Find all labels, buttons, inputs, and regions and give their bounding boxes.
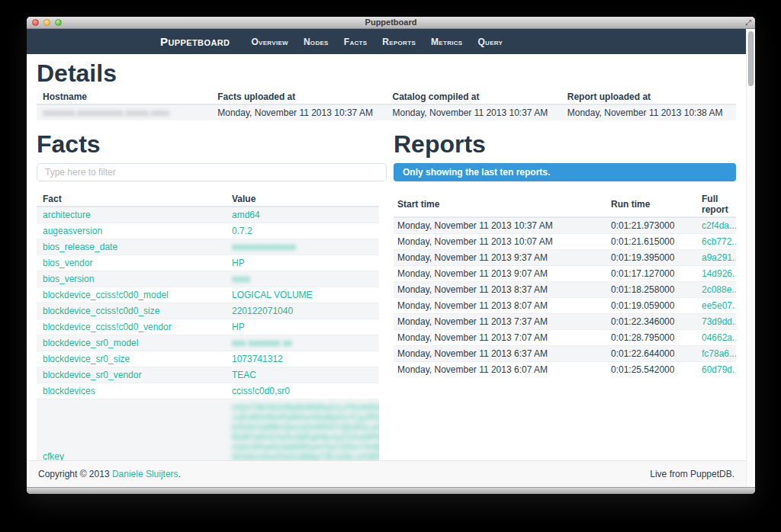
hostname-cell: xxxxxxx.xxxxxxxxxx.xxxxx.xxxx — [37, 104, 211, 120]
facts-table: Fact Value architectureamd64augeasversio… — [37, 191, 379, 460]
details-section: Details Hostname Facts uploaded at Catal… — [37, 61, 736, 120]
fact-row: bios_versionxxxx — [37, 271, 379, 287]
scrollbar-thumb[interactable] — [748, 31, 754, 86]
close-button[interactable] — [32, 19, 39, 26]
details-heading: Details — [37, 61, 736, 85]
fact-link[interactable]: blockdevice_cciss!c0d0_size — [43, 306, 159, 316]
details-table: Hostname Facts uploaded at Catalog compi… — [37, 89, 736, 120]
scrollbar-track[interactable] — [746, 29, 755, 487]
report-hash-cell: 14d926... — [696, 266, 736, 282]
page: Puppetboard Overview Nodes Facts Reports… — [27, 29, 746, 487]
fact-link[interactable]: blockdevice_sr0_model — [43, 338, 138, 348]
report-full-link[interactable]: fc78a6... — [702, 348, 736, 359]
fact-value-link[interactable]: LOGICAL VOLUME — [232, 290, 313, 300]
details-row: xxxxxxx.xxxxxxxxxx.xxxxx.xxxx Monday, No… — [37, 104, 736, 120]
redacted-value: xxxxxxxxxxxxxx — [232, 242, 296, 252]
nav-item-nodes[interactable]: Nodes — [296, 37, 336, 47]
fact-row: blockdevice_sr0_size1073741312 — [37, 351, 379, 367]
window-title: Puppetboard — [27, 17, 755, 28]
zoom-button[interactable] — [55, 19, 62, 26]
fact-link[interactable]: blockdevice_sr0_vendor — [43, 370, 141, 380]
report-start-time: Monday, November 11 2013 9:07 AM — [394, 266, 605, 282]
fact-value-link[interactable]: HP — [232, 258, 245, 268]
fact-link[interactable]: blockdevice_sr0_size — [43, 354, 130, 364]
report-start-time: Monday, November 11 2013 6:37 AM — [394, 346, 605, 362]
report-start-time: Monday, November 11 2013 7:37 AM — [394, 314, 605, 330]
fact-value-link[interactable]: 220122071040 — [232, 306, 293, 316]
navbar-brand[interactable]: Puppetboard — [160, 35, 230, 48]
report-full-link[interactable]: 73d9dd... — [702, 316, 736, 327]
fact-value-link[interactable]: amd64 — [232, 210, 260, 220]
fact-name-cell: cfkey — [37, 399, 226, 461]
copyright-text: Copyright © 2013 Daniele Sluijters. — [38, 469, 181, 479]
fact-row: blockdevice_cciss!c0d0_vendorHP — [37, 319, 379, 335]
fact-value-link[interactable]: 0.7.2 — [232, 226, 252, 236]
fact-value-link[interactable]: TEAC — [232, 370, 256, 380]
details-col-report-uploaded: Report uploaded at — [561, 89, 736, 104]
nav-item-overview[interactable]: Overview — [243, 37, 295, 47]
fact-link[interactable]: cfkey — [43, 451, 64, 460]
report-full-link[interactable]: 6cb772... — [702, 236, 736, 247]
reports-heading: Reports — [394, 132, 736, 156]
facts-col-value: Value — [226, 191, 379, 207]
report-full-link[interactable]: 2c088e... — [702, 284, 736, 295]
fact-name-cell: bios_vendor — [37, 255, 226, 271]
fact-link[interactable]: blockdevice_cciss!c0d0_model — [43, 290, 169, 300]
report-uploaded-cell: Monday, November 11 2013 10:38 AM — [561, 104, 736, 120]
report-full-link[interactable]: ee5e07... — [702, 300, 736, 311]
fact-value-link[interactable]: 1073741312 — [232, 354, 283, 364]
fact-value-cell: amd64 — [226, 207, 379, 223]
report-run-time: 0:01:22.346000 — [605, 314, 696, 330]
report-run-time: 0:01:19.395000 — [605, 250, 696, 266]
report-full-link[interactable]: a9a291... — [702, 252, 736, 263]
report-full-link[interactable]: 14d926... — [702, 268, 736, 279]
window-titlebar[interactable]: Puppetboard ⤢ — [27, 17, 755, 29]
fact-name-cell: blockdevice_cciss!c0d0_model — [37, 287, 226, 303]
fact-row: cfkeymQxT4kVb2nRp8sWd0aZcLjYhUe6GtFi1oKx… — [37, 399, 379, 461]
facts-filter-input[interactable] — [37, 163, 387, 181]
fact-row: bios_release_datexxxxxxxxxxxxxx — [37, 239, 379, 255]
window-body: Puppetboard Overview Nodes Facts Reports… — [27, 29, 755, 487]
report-start-time: Monday, November 11 2013 6:07 AM — [394, 362, 605, 378]
facts-uploaded-cell: Monday, November 11 2013 10:37 AM — [211, 104, 386, 120]
report-full-link[interactable]: c2f4da... — [702, 220, 736, 231]
fullscreen-icon[interactable]: ⤢ — [745, 18, 751, 28]
report-start-time: Monday, November 11 2013 10:37 AM — [394, 217, 605, 234]
fact-value-link[interactable]: HP — [232, 322, 245, 332]
live-status-text: Live from PuppetDB. — [650, 469, 734, 479]
copyright-author-link[interactable]: Daniele Sluijters — [112, 469, 178, 479]
report-run-time: 0:01:25.542000 — [605, 362, 696, 378]
fact-value-cell: cciss!c0d0,sr0 — [226, 383, 379, 399]
fact-link[interactable]: blockdevices — [43, 386, 95, 396]
fact-link[interactable]: augeasversion — [43, 226, 102, 236]
minimize-button[interactable] — [43, 19, 50, 26]
fact-value-cell: TEAC — [226, 367, 379, 383]
report-full-link[interactable]: 04662a... — [702, 332, 736, 343]
fact-link[interactable]: bios_vendor — [43, 258, 92, 268]
redacted-value-block: mQxT4kVb2nRp8sWd0aZcLjYhUe6GtFi1oKxB3vNm… — [232, 402, 379, 460]
fact-link[interactable]: architecture — [43, 210, 91, 220]
fact-value-cell: 1073741312 — [226, 351, 379, 367]
fact-link[interactable]: blockdevice_cciss!c0d0_vendor — [43, 322, 172, 332]
fact-name-cell: bios_release_date — [37, 239, 226, 255]
fact-row: architectureamd64 — [37, 207, 379, 223]
report-run-time: 0:01:22.644000 — [605, 346, 696, 362]
nav-item-reports[interactable]: Reports — [374, 37, 423, 47]
facts-section: Facts Fact Value architectureamd64augeas… — [37, 132, 387, 460]
reports-notice-banner: Only showing the last ten reports. — [394, 163, 736, 181]
fact-name-cell: blockdevices — [37, 383, 226, 399]
nav-item-query[interactable]: Query — [470, 37, 510, 47]
report-full-link[interactable]: 60d79d... — [702, 364, 736, 375]
fact-link[interactable]: bios_version — [43, 274, 94, 284]
reports-col-start-time: Start time — [394, 191, 605, 217]
nav-item-metrics[interactable]: Metrics — [423, 37, 470, 47]
fact-name-cell: blockdevice_cciss!c0d0_vendor — [37, 319, 226, 335]
fact-value-link[interactable]: cciss!c0d0,sr0 — [232, 386, 290, 396]
fact-name-cell: augeasversion — [37, 223, 226, 239]
report-start-time: Monday, November 11 2013 10:07 AM — [394, 234, 605, 250]
nav-item-facts[interactable]: Facts — [336, 37, 375, 47]
reports-col-run-time: Run time — [605, 191, 696, 217]
fact-value-cell: mQxT4kVb2nRp8sWd0aZcLjYhUe6GtFi1oKxB3vNm… — [226, 399, 379, 461]
fact-link[interactable]: bios_release_date — [43, 242, 117, 252]
report-hash-cell: 04662a... — [696, 330, 736, 346]
